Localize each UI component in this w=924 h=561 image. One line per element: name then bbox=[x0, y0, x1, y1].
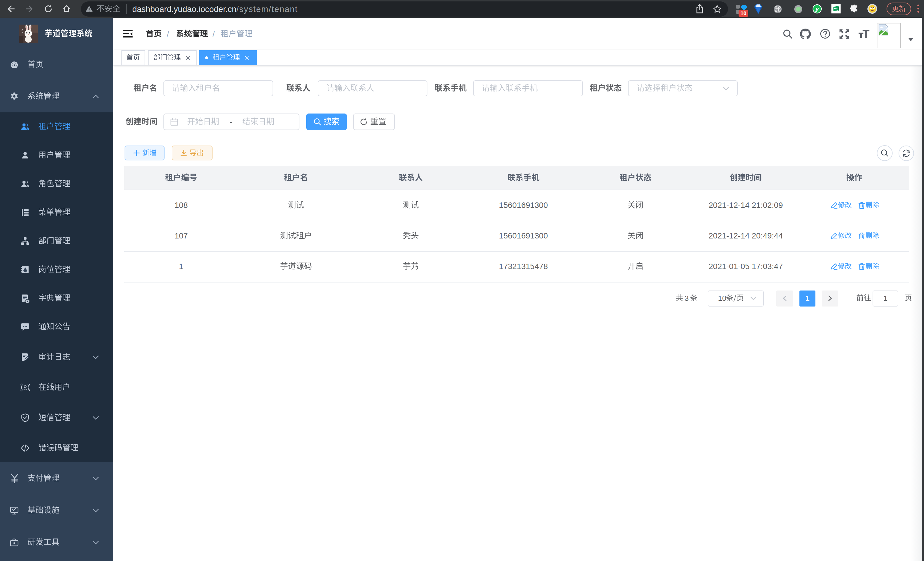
svg-text:y: y bbox=[815, 5, 819, 12]
